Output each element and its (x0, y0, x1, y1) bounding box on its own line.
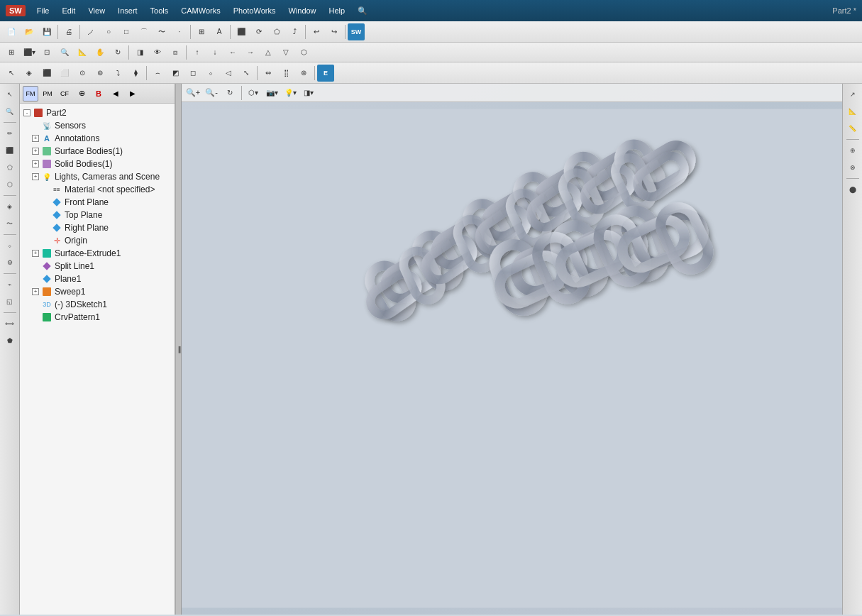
btn-revolve[interactable]: ⟳ (250, 23, 267, 40)
menu-camworks[interactable]: CAMWorks (175, 5, 226, 17)
btn-print[interactable]: 🖨 (60, 23, 77, 40)
viewport[interactable]: 🔍+ 🔍- ↻ ⬡▾ 📷▾ 💡▾ ◨▾ (182, 84, 842, 615)
btn-zoom-area[interactable]: 🔍 (56, 44, 73, 61)
btn-front[interactable]: ↑ (189, 44, 206, 61)
tree-plane1[interactable]: Plane1 (20, 273, 175, 285)
btn-pattern-circular[interactable]: ⊛ (295, 65, 312, 82)
btn-left-view[interactable]: ← (224, 44, 241, 61)
btn-zoom-in-vp[interactable]: 🔍+ (184, 84, 201, 101)
btn-feat-left[interactable]: ⬛ (2, 143, 18, 158)
btn-sketch-circle[interactable]: ○ (100, 23, 117, 40)
tree-top-plane[interactable]: Top Plane (20, 209, 175, 221)
btn-pattern-linear[interactable]: ⣿ (277, 65, 294, 82)
tree-btn-cfg[interactable]: CF (57, 86, 72, 101)
btn-mirror[interactable]: ⇔ (260, 65, 277, 82)
btn-evaluate[interactable]: E (317, 65, 334, 82)
btn-options[interactable]: SW (348, 23, 365, 40)
btn-mold-left[interactable]: ⬦ (2, 238, 18, 253)
btn-fillet[interactable]: ⌢ (149, 65, 166, 82)
tree-btn-featuremgr[interactable]: FM (23, 86, 38, 101)
btn-zoom-left[interactable]: 🔍 (2, 104, 18, 119)
btn-weld-left[interactable]: ⌁ (2, 277, 18, 292)
tree-sensors[interactable]: 📡 Sensors (20, 119, 175, 132)
btn-shell[interactable]: ◻ (184, 65, 201, 82)
tree-btn-next[interactable]: ▶ (125, 86, 140, 101)
btn-lights-vp[interactable]: 💡▾ (282, 84, 299, 101)
btn-pan-view[interactable]: ✋ (92, 44, 109, 61)
tree-solid-bodies[interactable]: + Solid Bodies(1) (20, 158, 175, 170)
btn-surface-left[interactable]: ⬠ (2, 160, 18, 175)
tree-btn-search[interactable]: B (91, 86, 106, 101)
btn-ref-left[interactable]: ◈ (2, 199, 18, 214)
menu-search[interactable]: 🔍 (352, 5, 373, 17)
tree-right-plane[interactable]: Right Plane (20, 221, 175, 234)
tree-btn-prev[interactable]: ◀ (108, 86, 123, 101)
btn-sketch-line[interactable]: ⟋ (82, 23, 99, 40)
btn-bottom[interactable]: ▽ (277, 44, 294, 61)
btn-r6[interactable]: ⬤ (845, 182, 861, 197)
tree-sweep1[interactable]: + Sweep1 (20, 285, 175, 298)
btn-zoom-fit[interactable]: ⊡ (38, 44, 55, 61)
menu-help[interactable]: Help (324, 5, 351, 17)
btn-text[interactable]: A (211, 23, 228, 40)
btn-r1[interactable]: ↗ (845, 87, 861, 102)
tree-3dsketch[interactable]: 3D (-) 3DSketch1 (20, 298, 175, 311)
tree-btn-dxref[interactable]: ⊕ (74, 86, 89, 101)
btn-curve-left[interactable]: 〜 (2, 216, 18, 231)
collapse-handle[interactable]: ▐ (176, 84, 182, 615)
tree-annotations[interactable]: + A Annotations (20, 132, 175, 145)
btn-view-selector[interactable]: ⬛▾ (21, 44, 38, 61)
tree-origin[interactable]: ✛ Origin (20, 234, 175, 247)
btn-undo[interactable]: ↩ (308, 23, 325, 40)
btn-hide-show[interactable]: 👁 (149, 44, 166, 61)
btn-zoom-out-vp[interactable]: 🔍- (203, 84, 220, 101)
btn-display-vp[interactable]: ◨▾ (300, 84, 317, 101)
btn-iso[interactable]: ⬡ (295, 44, 312, 61)
btn-std-views[interactable]: ⊞ (3, 44, 20, 61)
btn-sel[interactable]: ↖ (3, 65, 20, 82)
btn-dim-left[interactable]: ⟺ (2, 316, 18, 331)
btn-top-view[interactable]: △ (260, 44, 277, 61)
tree-material[interactable]: ≡≡ Material <not specified> (20, 183, 175, 196)
btn-redo[interactable]: ↪ (326, 23, 343, 40)
btn-chamfer[interactable]: ◩ (167, 65, 184, 82)
btn-ref[interactable]: ◈ (21, 65, 38, 82)
btn-section[interactable]: ⧈ (167, 44, 184, 61)
btn-solid-left[interactable]: ⬡ (2, 177, 18, 192)
menu-tools[interactable]: Tools (145, 5, 175, 17)
tree-lights[interactable]: + 💡 Lights, Cameras and Scene (20, 170, 175, 183)
btn-view-orient[interactable]: ⬡▾ (245, 84, 262, 101)
btn-save[interactable]: 💾 (38, 23, 55, 40)
tree-surface-bodies[interactable]: + Surface Bodies(1) (20, 145, 175, 158)
tree-crvpattern[interactable]: CrvPattern1 (20, 311, 175, 324)
btn-select-left[interactable]: ↖ (2, 87, 18, 102)
btn-draft[interactable]: ◁ (220, 65, 237, 82)
btn-sketch-arc[interactable]: ⌒ (136, 23, 153, 40)
btn-sketch-rect[interactable]: □ (118, 23, 135, 40)
tree-btn-propmgr[interactable]: PM (40, 86, 55, 101)
tree-split-line[interactable]: Split Line1 (20, 260, 175, 273)
tree-front-plane[interactable]: Front Plane (20, 196, 175, 209)
btn-sweep[interactable]: ⤴ (286, 23, 303, 40)
btn-rib[interactable]: ⬦ (202, 65, 219, 82)
menu-file[interactable]: File (31, 5, 55, 17)
btn-new[interactable]: 📄 (3, 23, 20, 40)
btn-display-style[interactable]: ◨ (131, 44, 148, 61)
btn-r4[interactable]: ⊕ (845, 143, 861, 158)
btn-right-view[interactable]: → (242, 44, 259, 61)
btn-rotate-view[interactable]: ↻ (109, 44, 126, 61)
btn-view-orient2[interactable]: 📷▾ (263, 84, 280, 101)
btn-revolve-boss[interactable]: ⊙ (74, 65, 91, 82)
btn-r5[interactable]: ⊗ (845, 160, 861, 175)
menu-window[interactable]: Window (282, 5, 321, 17)
btn-extrude-boss[interactable]: ⬛ (38, 65, 55, 82)
menu-insert[interactable]: Insert (112, 5, 143, 17)
menu-photoworks[interactable]: PhotoWorks (228, 5, 282, 17)
btn-grid[interactable]: ⊞ (193, 23, 210, 40)
menu-edit[interactable]: Edit (56, 5, 81, 17)
btn-extrude-cut[interactable]: ⬜ (56, 65, 73, 82)
btn-zoom-sheet[interactable]: 📐 (74, 44, 91, 61)
btn-open[interactable]: 📂 (21, 23, 38, 40)
btn-revolve-cut[interactable]: ⊚ (92, 65, 109, 82)
btn-sweep-boss[interactable]: ⤵ (109, 65, 126, 82)
